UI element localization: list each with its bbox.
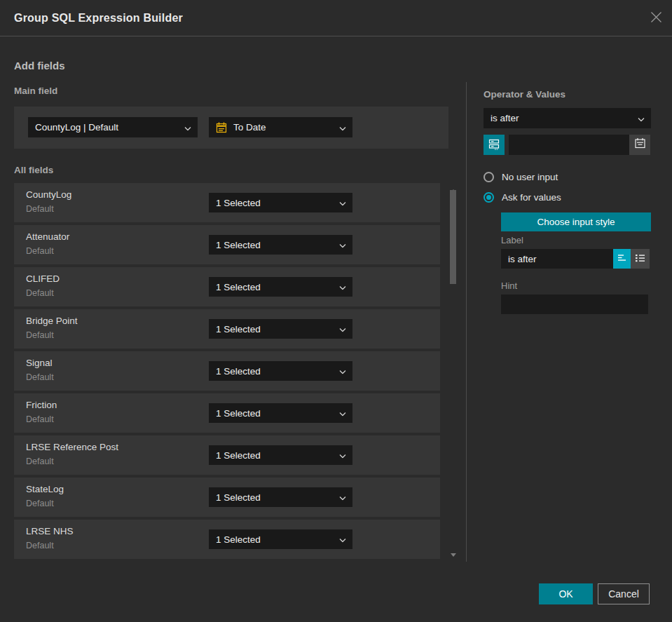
close-button[interactable] xyxy=(650,12,662,25)
date-field-dropdown-value: To Date xyxy=(233,122,266,133)
selected-count-label: 1 Selected xyxy=(216,408,261,419)
main-field-dropdown[interactable]: CountyLog | Default xyxy=(28,117,198,137)
field-row: Attenuator Default 1 Selected xyxy=(14,225,440,264)
selected-count-label: 1 Selected xyxy=(216,492,261,503)
field-subtitle: Default xyxy=(26,372,54,382)
scroll-down-icon[interactable] xyxy=(451,547,456,560)
field-name: LRSE Reference Post xyxy=(26,442,118,452)
calendar-icon xyxy=(634,137,646,152)
chevron-down-icon xyxy=(638,113,645,123)
chevron-down-icon xyxy=(339,450,346,461)
unique-values-icon xyxy=(488,137,500,153)
field-row: Friction Default 1 Selected xyxy=(14,393,440,433)
dialog-header: Group SQL Expression Builder xyxy=(0,0,672,36)
label-input[interactable] xyxy=(501,249,613,269)
group-sql-expression-builder-dialog: Group SQL Expression Builder Add fields … xyxy=(0,0,672,622)
field-subtitle: Default xyxy=(26,246,54,256)
operator-values-heading: Operator & Values xyxy=(484,89,565,100)
field-subtitle: Default xyxy=(26,330,54,340)
field-selected-dropdown[interactable]: 1 Selected xyxy=(209,235,352,255)
dialog-title: Group SQL Expression Builder xyxy=(14,0,183,36)
all-fields-list: CountyLog Default 1 Selected Attenuator … xyxy=(14,183,440,562)
field-subtitle: Default xyxy=(26,541,54,550)
chevron-down-icon xyxy=(339,324,346,334)
all-fields-label: All fields xyxy=(14,165,53,175)
date-picker-button[interactable] xyxy=(629,135,650,155)
selected-count-label: 1 Selected xyxy=(216,450,261,461)
choose-input-style-button[interactable]: Choose input style xyxy=(501,212,651,231)
field-name: CountyLog xyxy=(26,189,71,200)
radio-label: No user input xyxy=(502,172,558,182)
field-name: StateLog xyxy=(26,484,64,494)
hint-input[interactable] xyxy=(501,295,648,314)
field-selected-dropdown[interactable]: 1 Selected xyxy=(209,445,352,465)
selected-count-label: 1 Selected xyxy=(216,198,261,208)
value-input[interactable] xyxy=(509,135,629,155)
selected-count-label: 1 Selected xyxy=(216,366,261,377)
cancel-button[interactable]: Cancel xyxy=(598,583,650,604)
add-fields-heading: Add fields xyxy=(14,60,65,72)
field-name: LRSE NHS xyxy=(26,526,74,536)
radio-icon xyxy=(484,192,494,203)
chevron-down-icon xyxy=(339,122,346,133)
field-name: Signal xyxy=(26,358,53,368)
field-selected-dropdown[interactable]: 1 Selected xyxy=(209,361,352,381)
chevron-down-icon xyxy=(339,240,346,250)
chevron-down-icon xyxy=(339,408,346,419)
field-row: Bridge Point Default 1 Selected xyxy=(14,309,440,349)
field-name: Attenuator xyxy=(26,231,69,242)
field-row: LRSE NHS Default 1 Selected xyxy=(14,520,440,559)
field-subtitle: Default xyxy=(26,414,54,424)
field-subtitle: Default xyxy=(26,288,54,298)
chevron-down-icon xyxy=(184,122,191,133)
field-row: StateLog Default 1 Selected xyxy=(14,478,440,517)
main-field-label: Main field xyxy=(14,86,57,96)
field-selected-dropdown[interactable]: 1 Selected xyxy=(209,529,352,549)
label-field-label: Label xyxy=(501,235,523,245)
field-row: Signal Default 1 Selected xyxy=(14,351,440,391)
operator-dropdown-value: is after xyxy=(491,113,519,123)
chevron-down-icon xyxy=(339,534,346,545)
radio-no-user-input[interactable]: No user input xyxy=(484,172,558,182)
field-subtitle: Default xyxy=(26,457,54,466)
main-field-dropdown-value: CountyLog | Default xyxy=(35,122,118,133)
vertical-divider xyxy=(466,82,467,562)
close-icon xyxy=(650,11,662,26)
input-style-text-button[interactable] xyxy=(613,249,631,269)
main-field-panel: CountyLog | Default To Date xyxy=(14,107,448,149)
field-selected-dropdown[interactable]: 1 Selected xyxy=(209,277,352,297)
calendar-icon xyxy=(216,122,227,133)
field-selected-dropdown[interactable]: 1 Selected xyxy=(209,319,352,339)
scrollbar-thumb[interactable] xyxy=(450,190,456,284)
list-icon xyxy=(635,252,645,265)
fields-scrollbar[interactable] xyxy=(448,180,458,561)
selected-count-label: 1 Selected xyxy=(216,240,261,250)
align-left-icon xyxy=(617,252,627,265)
chevron-down-icon xyxy=(339,282,346,292)
chevron-down-icon xyxy=(339,366,346,377)
radio-icon xyxy=(484,172,494,182)
field-selected-dropdown[interactable]: 1 Selected xyxy=(209,193,352,212)
field-row: CountyLog Default 1 Selected xyxy=(14,183,440,222)
selected-count-label: 1 Selected xyxy=(216,534,261,545)
input-style-list-button[interactable] xyxy=(631,249,650,269)
ok-button[interactable]: OK xyxy=(539,583,593,604)
field-subtitle: Default xyxy=(26,499,54,508)
radio-label: Ask for values xyxy=(502,192,561,203)
chevron-down-icon xyxy=(339,492,346,503)
date-field-dropdown[interactable]: To Date xyxy=(209,117,352,137)
field-selected-dropdown[interactable]: 1 Selected xyxy=(209,403,352,423)
field-name: Bridge Point xyxy=(26,316,78,326)
chevron-down-icon xyxy=(339,198,346,208)
field-selected-dropdown[interactable]: 1 Selected xyxy=(209,487,352,507)
operator-dropdown[interactable]: is after xyxy=(484,108,651,128)
field-row: LRSE Reference Post Default 1 Selected xyxy=(14,435,440,475)
field-name: Friction xyxy=(26,400,57,410)
selected-count-label: 1 Selected xyxy=(216,282,261,292)
field-subtitle: Default xyxy=(26,204,54,214)
unique-values-button[interactable] xyxy=(484,135,505,155)
field-row: CLIFED Default 1 Selected xyxy=(14,267,440,306)
hint-field-label: Hint xyxy=(501,280,517,291)
field-name: CLIFED xyxy=(26,273,60,284)
radio-ask-for-values[interactable]: Ask for values xyxy=(484,192,561,203)
